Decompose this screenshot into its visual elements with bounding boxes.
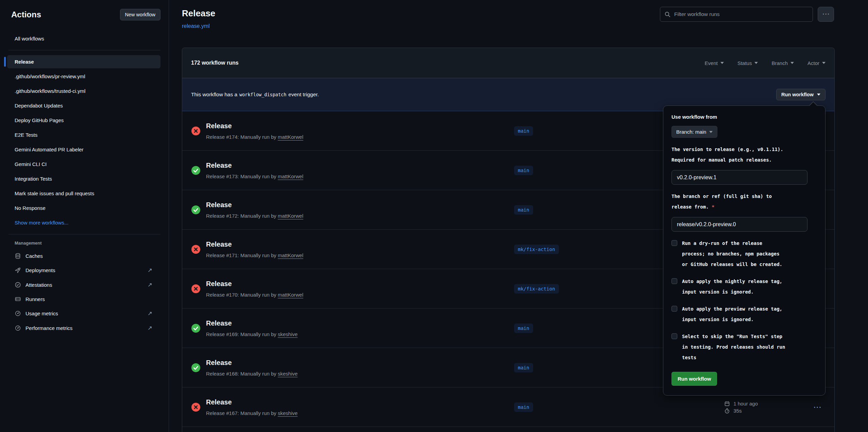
filter-dropdown-event[interactable]: Event (705, 60, 724, 66)
show-more-workflows-link[interactable]: Show more workflows... (11, 216, 160, 229)
run-kebab-menu[interactable]: ⋯ (813, 402, 821, 412)
main-header: Release release.yml ⋯ (169, 0, 868, 48)
sidebar-item-label: Caches (25, 253, 43, 259)
sidebar-item-mark-stale-issues-and-pull-requests[interactable]: Mark stale issues and pull requests (11, 187, 160, 200)
ref-input-description: The branch or ref (full git sha) to rele… (671, 191, 786, 212)
actor-link[interactable]: mattKorwel (278, 173, 303, 179)
checkbox-label[interactable]: Run a dry-run of the release process; no… (682, 238, 787, 270)
rocket-icon (15, 267, 21, 273)
sidebar-item-label: Runners (25, 296, 45, 302)
run-meta: 1 hour ago35s (724, 399, 758, 415)
stopwatch-icon (724, 408, 730, 414)
run-info: Release Release #171: Manually run by ma… (206, 240, 514, 258)
run-title-link[interactable]: Release (206, 162, 514, 169)
branch-badge[interactable]: main (514, 126, 533, 136)
new-workflow-button[interactable]: New workflow (120, 9, 160, 20)
runs-count: 172 workflow runs (191, 60, 239, 66)
checkbox[interactable] (671, 240, 677, 246)
sidebar-item-no-response[interactable]: No Response (11, 201, 160, 215)
sidebar-item-label: Performance metrics (25, 325, 72, 331)
sidebar-item-gemini-cli-ci[interactable]: Gemini CLI CI (11, 157, 160, 171)
run-title-link[interactable]: Release (206, 201, 514, 209)
sidebar-item-e2e-tests[interactable]: E2E Tests (11, 128, 160, 142)
run-description: Release #171: Manually run by mattKorwel (206, 252, 514, 258)
sidebar-item-deployments[interactable]: Deployments↗ (11, 263, 160, 278)
run-info: Release Release #168: Manually run by sk… (206, 359, 514, 377)
failure-x-icon (191, 245, 201, 254)
checkbox[interactable] (671, 306, 677, 312)
run-workflow-dropdown-button[interactable]: Run workflow (776, 89, 826, 100)
run-info: Release Release #167: Manually run by sk… (206, 398, 514, 416)
sidebar-item--github-workflows-pr-review-yml[interactable]: .github/workflows/pr-review.yml (11, 70, 160, 83)
sidebar-item-all-workflows[interactable]: All workflows (11, 32, 160, 45)
sidebar-item--github-workflows-trusted-ci-yml[interactable]: .github/workflows/trusted-ci.yml (11, 84, 160, 98)
page-kebab-menu-button[interactable]: ⋯ (818, 7, 834, 22)
gauge-icon (15, 325, 21, 331)
actor-link[interactable]: skeshive (278, 410, 297, 416)
run-title-link[interactable]: Release (206, 319, 514, 327)
branch-badge[interactable]: main (514, 166, 533, 175)
popover-checkbox-row-1: Auto apply the nightly release tag, inpu… (671, 276, 817, 297)
run-title-link[interactable]: Release (206, 359, 514, 367)
popover-title: Use workflow from (671, 114, 817, 120)
run-title-link[interactable]: Release (206, 398, 514, 406)
run-workflow-submit-button[interactable]: Run workflow (671, 372, 717, 386)
filter-dropdown-status[interactable]: Status (737, 60, 758, 66)
branch-select-label: Branch: main (676, 129, 706, 135)
run-workflow-dropdown-label: Run workflow (781, 92, 814, 97)
filter-dropdown-branch[interactable]: Branch (771, 60, 794, 66)
sidebar-item-dependabot-updates[interactable]: Dependabot Updates (11, 99, 160, 112)
checkbox[interactable] (671, 278, 677, 284)
branch-badge[interactable]: main (514, 363, 533, 372)
checkbox[interactable] (671, 333, 677, 339)
database-icon (15, 253, 21, 259)
verified-badge-icon (15, 282, 21, 288)
actor-link[interactable]: mattKorwel (278, 134, 303, 140)
success-check-icon (191, 205, 201, 215)
checkbox-label[interactable]: Select to skip the "Run Tests" step in t… (682, 331, 787, 363)
actor-link[interactable]: skeshive (278, 371, 297, 377)
sidebar-item-release[interactable]: Release (7, 55, 160, 68)
sidebar-item-usage-metrics[interactable]: Usage metrics↗ (11, 306, 160, 321)
run-title-link[interactable]: Release (206, 280, 514, 288)
branch-badge[interactable]: main (514, 205, 533, 215)
branch-badge[interactable]: main (514, 323, 533, 333)
version-input[interactable] (671, 170, 807, 185)
filter-workflow-runs-box (660, 7, 813, 22)
workflow-list: Release.github/workflows/pr-review.yml.g… (11, 55, 160, 215)
sidebar-item-label: Deployments (25, 267, 55, 273)
ref-input[interactable] (671, 217, 807, 232)
run-description: Release #174: Manually run by mattKorwel (206, 134, 514, 140)
run-title-link[interactable]: Release (206, 240, 514, 248)
run-info: Release Release #169: Manually run by sk… (206, 319, 514, 337)
workflow-file-link[interactable]: release.yml (182, 23, 210, 29)
sidebar-item-deploy-github-pages[interactable]: Deploy GitHub Pages (11, 114, 160, 127)
branch-badge[interactable]: main (514, 402, 533, 412)
sidebar-item-integration-tests[interactable]: Integration Tests (11, 172, 160, 185)
checkbox-label[interactable]: Auto apply the preview release tag, inpu… (682, 304, 787, 325)
sidebar-item-runners[interactable]: Runners (11, 292, 160, 306)
sidebar-item-performance-metrics[interactable]: Performance metrics↗ (11, 321, 160, 335)
sidebar-item-attestations[interactable]: Attestations↗ (11, 278, 160, 292)
sidebar-item-gemini-automated-pr-labeler[interactable]: Gemini Automated PR Labeler (11, 143, 160, 156)
sidebar-item-caches[interactable]: Caches (11, 249, 160, 263)
run-title-link[interactable]: Release (206, 122, 514, 130)
run-duration: 35s (733, 408, 742, 414)
run-info: Release Release #170: Manually run by ma… (206, 280, 514, 298)
filter-workflow-runs-input[interactable] (674, 11, 809, 17)
actor-link[interactable]: mattKorwel (278, 213, 303, 219)
checkbox-label[interactable]: Auto apply the nightly release tag, inpu… (682, 276, 787, 297)
sidebar-item-label: Attestations (25, 282, 52, 288)
actor-link[interactable]: mattKorwel (278, 252, 303, 258)
branch-badge[interactable]: mk/fix-action (514, 245, 559, 254)
gauge-icon (15, 310, 21, 317)
failure-x-icon (191, 284, 201, 294)
sidebar-divider (8, 234, 160, 234)
chevron-down-icon (720, 62, 724, 64)
actor-link[interactable]: mattKorwel (278, 292, 303, 298)
server-icon (15, 296, 21, 302)
branch-badge[interactable]: mk/fix-action (514, 284, 559, 294)
actor-link[interactable]: skeshive (278, 331, 297, 337)
filter-dropdown-actor[interactable]: Actor (807, 60, 826, 66)
branch-select-button[interactable]: Branch: main (671, 126, 717, 138)
